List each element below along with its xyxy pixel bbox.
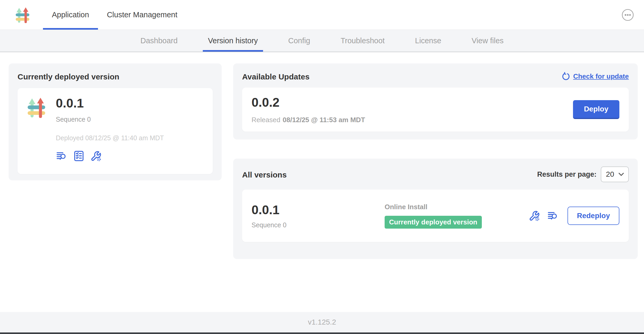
preflight-checks-button[interactable] — [73, 150, 85, 162]
currently-deployed-title: Currently deployed version — [18, 72, 213, 81]
subtab-version-history-label: Version history — [208, 36, 258, 45]
subtab-dashboard-label: Dashboard — [140, 36, 178, 45]
released-prefix: Released — [252, 116, 280, 124]
deployed-version-number: 0.0.1 — [56, 96, 164, 110]
page-size-select[interactable]: 20 — [601, 166, 629, 182]
deployed-version-meta: 0.0.1 Sequence 0 Deployed 08/12/25 @ 11:… — [56, 96, 164, 166]
deployed-sequence: Sequence 0 — [56, 116, 164, 123]
row-actions: Redeploy — [529, 207, 619, 225]
subtab-license-label: License — [415, 36, 441, 45]
wrench-gear-icon — [90, 150, 102, 162]
release-notes-button[interactable] — [547, 210, 559, 222]
app-version-logo-icon — [27, 97, 46, 118]
ellipsis-icon — [621, 9, 634, 21]
footer: v1.125.2 — [0, 312, 644, 334]
checklist-icon — [73, 150, 85, 162]
tab-cluster-management[interactable]: Cluster Management — [98, 0, 186, 30]
row-version-meta: 0.0.1 Sequence 0 — [252, 203, 385, 229]
lines-magnifier-icon — [547, 210, 559, 222]
deployed-version-actions — [56, 150, 164, 162]
main-content: Currently deployed version 0.0.1 Sequenc… — [0, 52, 644, 312]
tab-application[interactable]: Application — [43, 0, 98, 30]
check-for-update-link[interactable]: Check for update — [562, 72, 629, 80]
ellipsis-menu-button[interactable] — [621, 9, 634, 21]
top-nav-tabs: Application Cluster Management — [43, 0, 186, 30]
update-version-meta: 0.0.2 Released 08/12/25 @ 11:53 am MDT — [252, 95, 365, 124]
available-updates-header: Available Updates Check for update — [242, 71, 629, 81]
subtab-version-history[interactable]: Version history — [203, 30, 263, 52]
lines-magnifier-icon — [56, 150, 67, 162]
currently-deployed-card: Currently deployed version 0.0.1 Sequenc… — [9, 63, 222, 180]
available-updates-card: Available Updates Check for update 0.0.2… — [233, 63, 638, 139]
deployed-version-panel: 0.0.1 Sequence 0 Deployed 08/12/25 @ 11:… — [18, 88, 213, 174]
row-version-number: 0.0.1 — [252, 203, 385, 217]
update-row: 0.0.2 Released 08/12/25 @ 11:53 am MDT D… — [242, 88, 629, 132]
results-per-page-label: Results per page: — [537, 170, 597, 179]
row-sequence: Sequence 0 — [252, 221, 385, 229]
subtab-troubleshoot-label: Troubleshoot — [341, 36, 385, 45]
app-sub-nav: Dashboard Version history Config Trouble… — [0, 30, 644, 52]
top-nav: Application Cluster Management — [0, 0, 644, 30]
chevron-down-icon — [618, 173, 624, 176]
deployed-timestamp: Deployed 08/12/25 @ 11:40 am MDT — [56, 134, 164, 142]
all-versions-header: All versions Results per page: 20 — [242, 166, 629, 182]
bottom-strip — [0, 332, 644, 334]
update-version-number: 0.0.2 — [252, 95, 365, 110]
check-for-update-label: Check for update — [573, 72, 629, 80]
released-timestamp: 08/12/25 @ 11:53 am MDT — [283, 116, 365, 124]
subtab-config[interactable]: Config — [283, 30, 315, 52]
update-released-line: Released 08/12/25 @ 11:53 am MDT — [252, 116, 365, 124]
release-notes-button[interactable] — [56, 150, 67, 162]
refresh-icon — [562, 72, 570, 80]
page-size-value: 20 — [606, 170, 614, 179]
console-version-label: v1.125.2 — [308, 318, 336, 326]
tab-cluster-management-label: Cluster Management — [107, 10, 177, 19]
subtab-license[interactable]: License — [410, 30, 446, 52]
row-install-meta: Online Install Currently deployed versio… — [385, 203, 529, 229]
version-row: 0.0.1 Sequence 0 Online Install Currentl… — [242, 190, 629, 242]
all-versions-card: All versions Results per page: 20 0.0.1 … — [233, 159, 638, 259]
redeploy-button[interactable]: Redeploy — [567, 207, 619, 225]
wrench-gear-icon — [529, 210, 540, 222]
all-versions-title: All versions — [242, 170, 287, 179]
subtab-config-label: Config — [288, 36, 310, 45]
subtab-troubleshoot[interactable]: Troubleshoot — [335, 30, 390, 52]
install-type-label: Online Install — [385, 203, 529, 211]
currently-deployed-badge: Currently deployed version — [385, 216, 482, 229]
kots-admin-console: Application Cluster Management Dashboard… — [0, 0, 644, 334]
tab-application-label: Application — [52, 10, 89, 19]
edit-config-button[interactable] — [90, 150, 102, 162]
footer-band: v1.125.2 — [0, 312, 644, 332]
subtab-view-files-label: View files — [472, 36, 504, 45]
subtab-dashboard[interactable]: Dashboard — [135, 30, 183, 52]
app-logo-icon — [15, 7, 30, 23]
results-per-page: Results per page: 20 — [537, 166, 629, 182]
deploy-button[interactable]: Deploy — [573, 100, 619, 119]
edit-config-button[interactable] — [529, 210, 540, 222]
available-updates-title: Available Updates — [242, 72, 309, 81]
subtab-view-files[interactable]: View files — [466, 30, 509, 52]
